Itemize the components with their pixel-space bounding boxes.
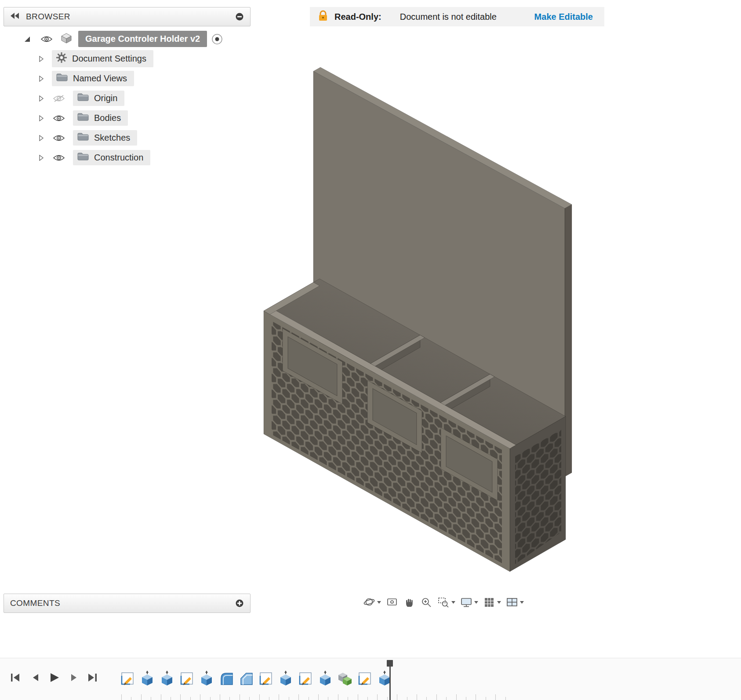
collapsed-triangle-icon[interactable]	[38, 56, 45, 62]
timeline-feature-track	[120, 671, 392, 686]
eye-icon[interactable]	[52, 114, 66, 122]
ruler-tick	[249, 697, 250, 700]
tree-row-named-views[interactable]: Named Views	[4, 70, 223, 87]
ruler-tick	[161, 694, 161, 700]
ruler-tick	[180, 694, 181, 700]
chevron-down-icon[interactable]	[377, 601, 381, 604]
timeline-feature-fillet[interactable]	[218, 671, 234, 686]
root-component-label[interactable]: Garage Controler Holder v2	[78, 31, 207, 47]
radio-target-icon[interactable]	[211, 33, 223, 45]
step-back-button[interactable]	[29, 671, 40, 685]
ruler-tick	[417, 694, 417, 700]
chevron-down-icon[interactable]	[520, 601, 524, 604]
tree-row-bodies[interactable]: Bodies	[4, 110, 223, 126]
ruler-tick	[505, 697, 506, 700]
eye-hidden-icon[interactable]	[52, 95, 66, 102]
go-to-start-button[interactable]	[9, 671, 22, 685]
tree-item-label[interactable]: Sketches	[94, 133, 130, 143]
orbit-tool[interactable]	[363, 596, 381, 609]
folder-icon	[77, 132, 89, 143]
timeline-feature-sketch[interactable]	[357, 671, 373, 686]
gear-icon	[56, 52, 67, 65]
viewports-tool[interactable]	[506, 596, 524, 609]
tree-row-sketches[interactable]: Sketches	[4, 130, 223, 146]
ruler-tick	[436, 694, 437, 700]
collapsed-triangle-icon[interactable]	[38, 115, 45, 121]
tree-row-root[interactable]: Garage Controler Holder v2	[4, 31, 223, 47]
browser-tree: Garage Controler Holder v2	[4, 31, 223, 166]
grid-icon	[483, 596, 495, 609]
plus-circle-icon[interactable]	[235, 599, 244, 608]
tree-row-document-settings[interactable]: Document Settings	[4, 51, 223, 67]
ruler-tick	[151, 697, 151, 700]
eye-icon[interactable]	[40, 35, 54, 43]
collapsed-triangle-icon[interactable]	[38, 95, 45, 102]
expanded-triangle-icon[interactable]	[24, 36, 31, 42]
collapsed-triangle-icon[interactable]	[38, 76, 45, 82]
timeline-ruler	[121, 694, 517, 700]
ruler-tick	[289, 697, 289, 700]
look-at-tool[interactable]	[386, 596, 398, 609]
chevron-down-icon[interactable]	[451, 601, 455, 604]
tree-row-origin[interactable]: Origin	[4, 90, 223, 106]
ruler-tick	[121, 694, 122, 700]
chevron-down-icon[interactable]	[497, 601, 501, 604]
tree-item-label[interactable]: Bodies	[94, 113, 121, 123]
timeline-feature-extrude[interactable]	[317, 671, 333, 686]
eye-icon[interactable]	[52, 154, 66, 162]
timeline-feature-chamfer[interactable]	[238, 671, 254, 686]
ruler-tick	[318, 694, 319, 700]
eye-icon[interactable]	[52, 134, 66, 142]
ruler-tick	[466, 697, 466, 700]
folder-icon	[77, 113, 89, 124]
minus-circle-icon[interactable]	[235, 12, 244, 21]
ruler-tick	[259, 694, 260, 700]
tree-item-label[interactable]: Construction	[94, 153, 143, 163]
ruler-tick	[229, 697, 230, 700]
readonly-banner: Read-Only: Document is not editable Make…	[310, 7, 604, 26]
collapse-double-left-icon[interactable]	[10, 12, 20, 21]
tree-item-label[interactable]: Document Settings	[72, 54, 146, 64]
comments-panel-header[interactable]: COMMENTS	[4, 594, 251, 613]
timeline-feature-sketch[interactable]	[298, 671, 313, 686]
step-forward-button[interactable]	[68, 671, 79, 685]
timeline-feature-sketch[interactable]	[179, 671, 195, 686]
pan-hand-icon	[403, 596, 415, 609]
ruler-tick	[200, 694, 200, 700]
timeline-feature-combine[interactable]	[337, 671, 353, 686]
ruler-tick	[377, 694, 378, 700]
make-editable-button[interactable]: Make Editable	[534, 12, 593, 22]
ruler-tick	[210, 697, 211, 700]
ruler-tick	[309, 697, 309, 700]
tree-item-label[interactable]: Origin	[94, 93, 117, 103]
collapsed-triangle-icon[interactable]	[38, 155, 45, 161]
tree-item-label[interactable]: Named Views	[73, 73, 127, 84]
timeline-feature-extrude[interactable]	[199, 671, 214, 686]
chevron-down-icon[interactable]	[474, 601, 478, 604]
pan-tool[interactable]	[403, 596, 415, 609]
ruler-tick	[279, 694, 279, 700]
zoom-magnifier-icon	[420, 596, 432, 609]
zoom-tool[interactable]	[420, 596, 432, 609]
ruler-tick	[141, 694, 142, 700]
timeline-feature-extrude[interactable]	[278, 671, 294, 686]
zoom-window-tool[interactable]	[437, 596, 455, 609]
timeline-bar	[0, 658, 741, 700]
ruler-tick	[476, 694, 476, 700]
ruler-tick	[220, 694, 220, 700]
timeline-feature-sketch[interactable]	[258, 671, 274, 686]
timeline-playback-controls	[9, 671, 99, 685]
ruler-tick	[426, 697, 427, 700]
lock-icon	[318, 10, 328, 24]
collapsed-triangle-icon[interactable]	[38, 135, 45, 141]
play-button[interactable]	[47, 671, 61, 685]
timeline-feature-sketch[interactable]	[120, 671, 135, 686]
timeline-feature-extrude[interactable]	[139, 671, 155, 686]
grid-display-tool[interactable]	[483, 596, 501, 609]
display-settings-tool[interactable]	[460, 596, 478, 609]
tree-row-construction[interactable]: Construction	[4, 149, 223, 166]
ruler-tick	[367, 697, 368, 700]
timeline-feature-extrude[interactable]	[159, 671, 175, 686]
go-to-end-button[interactable]	[86, 671, 99, 685]
ruler-tick	[446, 697, 447, 700]
